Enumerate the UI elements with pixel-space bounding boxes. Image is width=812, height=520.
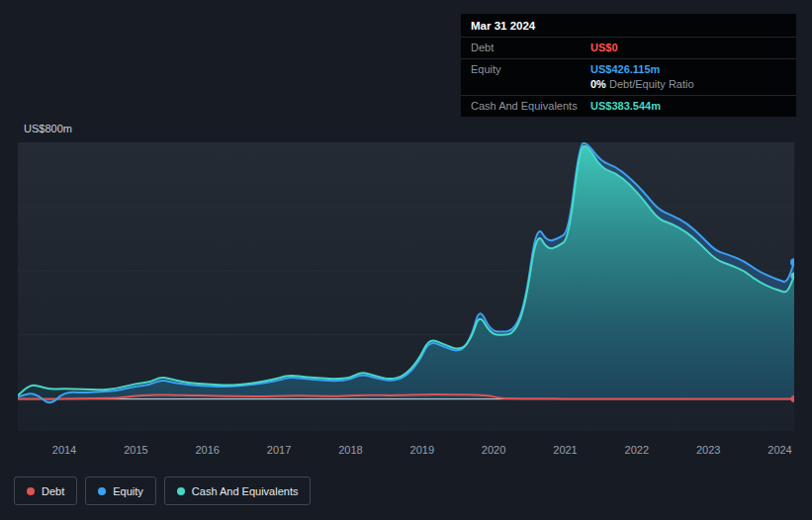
legend-item-cash[interactable]: Cash And Equivalents (164, 477, 312, 505)
x-axis: 2014201520162017201820192020202120222023… (18, 444, 794, 460)
y-axis-label-800: US$800m (24, 123, 72, 134)
tooltip-cash-label: Cash And Equivalents (471, 99, 590, 114)
tooltip-equity-value: US$426.115m (590, 62, 694, 77)
equity-endpoint-dot (790, 258, 794, 266)
tooltip-debt-equity-ratio: 0% Debt/Equity Ratio (590, 77, 694, 92)
legend-item-debt[interactable]: Debt (14, 477, 77, 505)
cash-series-dot (177, 487, 185, 495)
x-tick-label: 2018 (338, 444, 362, 456)
x-tick-label: 2016 (195, 444, 219, 456)
x-tick-label: 2024 (767, 444, 791, 456)
debt-equity-cash-area-chart (18, 142, 794, 431)
legend: Debt Equity Cash And Equivalents (14, 477, 311, 505)
x-tick-label: 2017 (267, 444, 291, 456)
tooltip-row-cash: Cash And Equivalents US$383.544m (461, 95, 796, 117)
tooltip-row-debt: Debt US$0 (461, 37, 796, 58)
chart-plot-area[interactable] (18, 142, 794, 431)
tooltip-equity-label: Equity (471, 62, 590, 77)
x-tick-label: 2019 (410, 444, 434, 456)
tooltip-row-equity: Equity US$426.115m 0% Debt/Equity Ratio (461, 58, 796, 95)
legend-equity-label: Equity (113, 485, 143, 497)
tooltip-date: Mar 31 2024 (461, 14, 796, 37)
x-tick-label: 2022 (625, 444, 649, 456)
legend-cash-label: Cash And Equivalents (192, 485, 299, 497)
x-tick-label: 2014 (52, 444, 76, 456)
x-tick-label: 2020 (482, 444, 505, 456)
chart-tooltip: Mar 31 2024 Debt US$0 Equity US$426.115m… (461, 14, 796, 117)
tooltip-cash-value: US$383.544m (590, 99, 661, 114)
tooltip-debt-label: Debt (471, 41, 590, 55)
legend-item-equity[interactable]: Equity (85, 477, 156, 505)
debt-series-dot (27, 487, 35, 495)
legend-debt-label: Debt (42, 485, 64, 497)
balance-sheet-history-chart: US$800m US$0 -US$100m 201420152016201720… (0, 0, 812, 520)
x-tick-label: 2021 (553, 444, 577, 456)
x-tick-label: 2015 (124, 444, 147, 456)
equity-series-dot (98, 487, 106, 495)
x-tick-label: 2023 (696, 444, 720, 456)
tooltip-debt-value: US$0 (590, 41, 618, 55)
cash-area (18, 146, 794, 399)
